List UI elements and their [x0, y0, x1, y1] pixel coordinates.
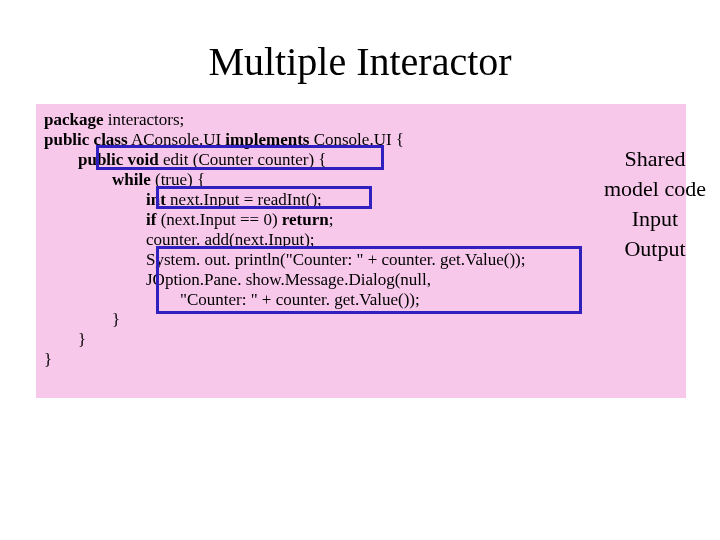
label-shared-2: model code	[604, 176, 706, 202]
slide-title: Multiple Interactor	[0, 38, 720, 85]
kw-package: package	[44, 110, 104, 129]
kw-return: return	[282, 210, 329, 229]
label-output: Output	[604, 236, 706, 262]
code-text: }	[44, 350, 52, 369]
label-shared-1: Shared	[604, 146, 706, 172]
code-text: }	[78, 330, 86, 349]
code-text: ;	[329, 210, 334, 229]
label-column: Shared model code Input Output	[604, 146, 706, 266]
highlight-box-edit-signature	[96, 145, 384, 170]
highlight-box-output-block	[156, 246, 582, 314]
highlight-box-readint	[156, 186, 372, 209]
label-input: Input	[604, 206, 706, 232]
kw-if: if	[146, 210, 156, 229]
kw-while: while	[112, 170, 151, 189]
code-text: interactors;	[104, 110, 185, 129]
code-text: (next.Input == 0)	[156, 210, 281, 229]
